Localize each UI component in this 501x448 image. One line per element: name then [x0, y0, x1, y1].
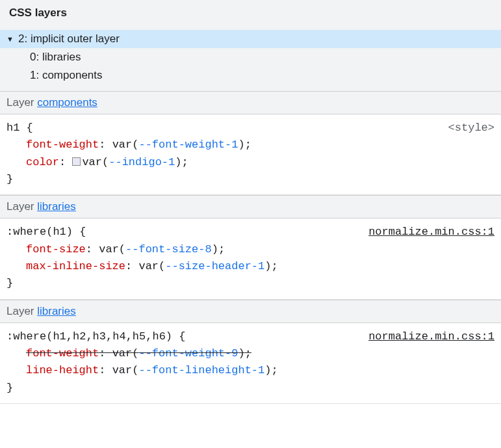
declaration[interactable]: max-inline-size: var(--size-header-1);: [6, 258, 495, 275]
declaration[interactable]: color: var(--indigo-1);: [6, 154, 495, 171]
layer-prefix: Layer: [6, 96, 37, 109]
layer-link[interactable]: components: [37, 96, 97, 109]
rule-close: }: [6, 171, 495, 188]
tree-row-child[interactable]: 1: components: [0, 66, 501, 85]
rule-source-link[interactable]: normalize.min.css:1: [368, 224, 495, 241]
css-rule: normalize.min.css:1 :where(h1) { font-si…: [0, 218, 501, 299]
tree-label: 2: implicit outer layer: [18, 33, 120, 46]
layer-prefix: Layer: [6, 200, 37, 213]
chevron-down-icon[interactable]: ▼: [6, 35, 16, 43]
css-rule: normalize.min.css:1 :where(h1,h2,h3,h4,h…: [0, 323, 501, 404]
layer-header: Layer libraries: [0, 300, 501, 323]
color-swatch[interactable]: [72, 157, 81, 166]
layer-header: Layer libraries: [0, 195, 501, 218]
tree-row-root[interactable]: ▼ 2: implicit outer layer: [0, 30, 501, 48]
declaration[interactable]: font-weight: var(--font-weight-1);: [6, 137, 495, 153]
tree-label: 1: components: [30, 69, 103, 82]
tree-row-child[interactable]: 0: libraries: [0, 48, 501, 66]
declaration-overridden[interactable]: font-weight: var(--font-weight-9);: [6, 345, 495, 362]
rule-close: }: [6, 380, 495, 397]
layer-header: Layer components: [0, 91, 501, 114]
layer-link[interactable]: libraries: [37, 305, 76, 317]
panel-title: CSS layers: [0, 0, 501, 26]
css-rule: <style> h1 { font-weight: var(--font-wei…: [0, 114, 501, 195]
layer-prefix: Layer: [6, 305, 37, 317]
selector[interactable]: h1 {: [6, 120, 495, 137]
tree-label: 0: libraries: [30, 51, 81, 64]
css-layers-tree: ▼ 2: implicit outer layer 0: libraries 1…: [0, 26, 501, 91]
declaration[interactable]: font-size: var(--font-size-8);: [6, 241, 495, 258]
rule-source-link[interactable]: normalize.min.css:1: [368, 328, 495, 345]
rule-source: <style>: [448, 120, 495, 137]
layer-link[interactable]: libraries: [37, 200, 76, 213]
rule-close: }: [6, 275, 495, 292]
declaration[interactable]: line-height: var(--font-lineheight-1);: [6, 362, 495, 379]
